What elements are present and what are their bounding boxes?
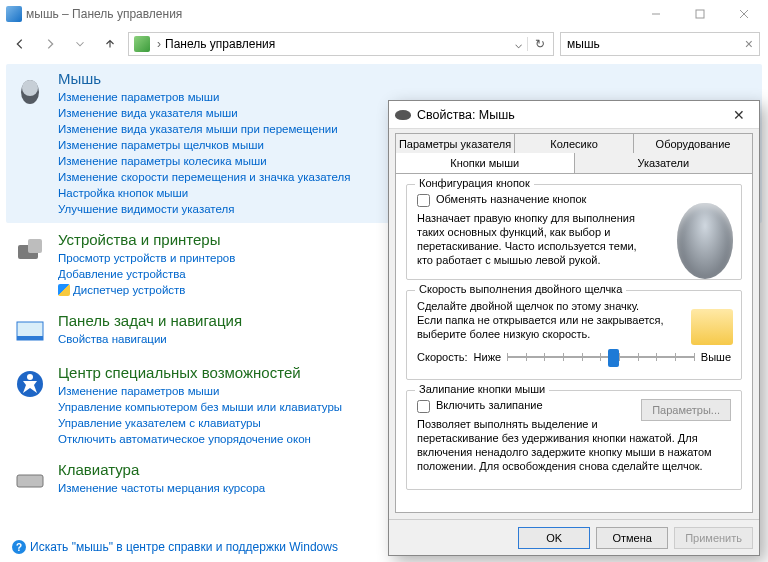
tab-pointer-options[interactable]: Параметры указателя <box>395 133 515 153</box>
back-button[interactable] <box>8 32 32 56</box>
desc-text: Позволяет выполнять выделение и перетаск… <box>417 417 731 473</box>
tab-pointers[interactable]: Указатели <box>575 153 754 173</box>
clear-search-icon[interactable]: × <box>745 36 753 52</box>
double-click-speed-slider[interactable] <box>507 347 695 367</box>
tab-wheel[interactable]: Колесико <box>515 133 634 153</box>
accessibility-icon <box>12 366 48 402</box>
checkbox-input[interactable] <box>417 194 430 207</box>
address-dropdown-icon[interactable]: ⌵ <box>509 37 527 51</box>
apply-button[interactable]: Применить <box>674 527 753 549</box>
svg-rect-0 <box>696 10 704 18</box>
up-button[interactable] <box>98 32 122 56</box>
minimize-button[interactable] <box>634 0 678 28</box>
window-title: мышь – Панель управления <box>26 7 182 21</box>
tab-hardware[interactable]: Оборудование <box>634 133 753 153</box>
search-help-link[interactable]: ? Искать "мышь" в центре справки и подде… <box>12 540 338 554</box>
mouse-properties-dialog: Свойства: Мышь ✕ Параметры указателя Кол… <box>388 100 760 556</box>
clicklock-checkbox[interactable]: Включить залипание <box>417 399 641 413</box>
devices-icon <box>12 233 48 269</box>
legend: Скорость выполнения двойного щелчка <box>415 283 626 295</box>
checkbox-input[interactable] <box>417 400 430 413</box>
cpl-icon <box>134 36 150 52</box>
svg-rect-9 <box>17 475 43 487</box>
folder-test-icon[interactable] <box>691 309 733 345</box>
dialog-close-button[interactable]: ✕ <box>725 107 753 123</box>
cancel-button[interactable]: Отмена <box>596 527 668 549</box>
desc-text: Назначает правую кнопку для выполнения т… <box>417 211 637 267</box>
refresh-icon[interactable]: ↻ <box>527 37 551 51</box>
close-button[interactable] <box>722 0 766 28</box>
forward-button[interactable] <box>38 32 62 56</box>
address-bar[interactable]: › Панель управления ⌵ ↻ <box>128 32 554 56</box>
search-value: мышь <box>567 37 600 51</box>
taskbar-icon <box>12 314 48 350</box>
help-icon: ? <box>12 540 26 554</box>
legend: Залипание кнопки мыши <box>415 383 549 395</box>
svg-point-2 <box>22 80 38 96</box>
slow-label: Ниже <box>474 351 502 363</box>
keyboard-icon <box>12 463 48 499</box>
maximize-button[interactable] <box>678 0 722 28</box>
svg-rect-4 <box>28 239 42 253</box>
search-input[interactable]: мышь × <box>560 32 760 56</box>
svg-rect-6 <box>17 336 43 340</box>
dialog-title: Свойства: Мышь <box>417 108 515 122</box>
legend: Конфигурация кнопок <box>415 177 534 189</box>
fast-label: Выше <box>701 351 731 363</box>
swap-buttons-checkbox[interactable]: Обменять назначение кнопок <box>417 193 731 207</box>
breadcrumb-sep: › <box>157 37 161 51</box>
breadcrumb[interactable]: Панель управления <box>165 37 275 51</box>
mouse-illustration <box>677 203 733 279</box>
ok-button[interactable]: OK <box>518 527 590 549</box>
recent-dropdown[interactable] <box>68 32 92 56</box>
speed-label: Скорость: <box>417 351 468 363</box>
svg-point-8 <box>27 374 33 380</box>
group-heading-mouse[interactable]: Мышь <box>58 70 756 87</box>
mouse-category-icon <box>12 72 48 108</box>
app-icon <box>6 6 22 22</box>
clicklock-params-button[interactable]: Параметры... <box>641 399 731 421</box>
desc-text: Сделайте двойной щелчок по этому значку.… <box>417 299 667 341</box>
mouse-icon <box>395 110 411 120</box>
tab-buttons[interactable]: Кнопки мыши <box>395 153 575 173</box>
